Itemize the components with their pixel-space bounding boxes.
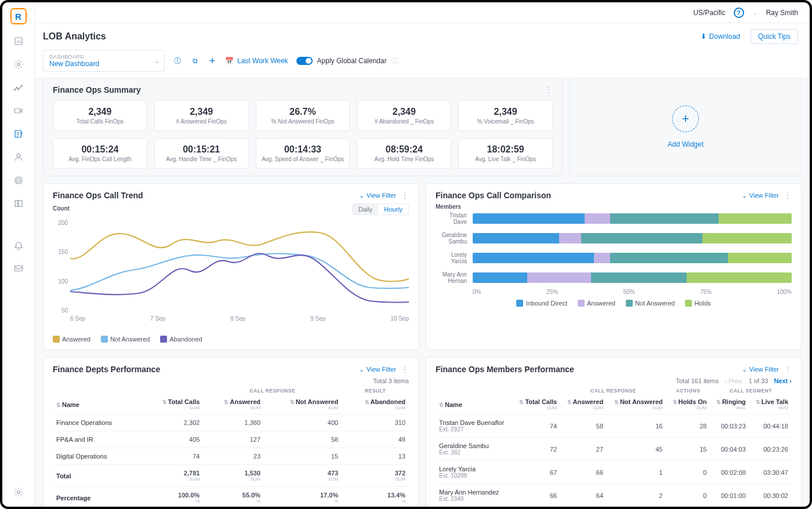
svg-point-5 bbox=[21, 85, 22, 86]
reports-icon[interactable] bbox=[12, 128, 25, 140]
current-user[interactable]: Ray Smith bbox=[766, 9, 798, 17]
more-icon[interactable]: ⋮ bbox=[784, 365, 792, 374]
table-row[interactable]: Digital Operations74231513 bbox=[53, 448, 409, 465]
svg-point-10 bbox=[17, 179, 20, 182]
apply-calendar-toggle[interactable] bbox=[296, 57, 313, 65]
chevron-down-icon: ⌄ bbox=[154, 57, 160, 65]
topbar: US/Pacific ? ⌄ Ray Smith bbox=[35, 2, 810, 23]
granularity-toggle[interactable]: DailyHourly bbox=[352, 203, 409, 215]
dept-table: CALL RESPONSERESULT ⇅Name ⇅Total CallsSU… bbox=[53, 387, 409, 507]
svg-rect-11 bbox=[15, 201, 18, 207]
view-filter-link[interactable]: ⌄ View Filter bbox=[359, 366, 396, 373]
bell-icon[interactable] bbox=[12, 239, 25, 252]
hbar-row: Lorely Yarcia bbox=[436, 252, 792, 264]
timezone[interactable]: US/Pacific bbox=[693, 9, 725, 17]
sidebar: R bbox=[2, 2, 35, 507]
trend-card: Finance Ops Call Trend ⌄ View Filter ⋮ C… bbox=[43, 183, 419, 350]
svg-point-8 bbox=[17, 154, 20, 157]
view-filter-link[interactable]: ⌄ View Filter bbox=[359, 192, 396, 199]
video-icon[interactable] bbox=[12, 104, 25, 117]
apply-calendar-label: Apply Global Calendar bbox=[317, 57, 387, 65]
table-row[interactable]: Finance Operations2,3021,380400310 bbox=[53, 415, 409, 431]
summary-card: Finance Ops Summary ⋮ 2,349Total Calls F… bbox=[43, 78, 563, 176]
kpi-tile: 00:14:33Avg. Speed of Answer _ FinOps bbox=[256, 138, 350, 169]
dashboard-dropdown[interactable]: DASHBOARD New Dashboard ⌄ bbox=[43, 50, 165, 72]
kpi-tile: 2,349Total Calls FinOps bbox=[53, 100, 147, 131]
table-row[interactable]: Tristan Dave BuenaflorExt. 2927745816280… bbox=[436, 415, 792, 438]
svg-point-14 bbox=[17, 491, 20, 494]
next-button[interactable]: Next › bbox=[774, 377, 792, 384]
info-icon[interactable]: ⓘ bbox=[173, 56, 182, 66]
download-button[interactable]: ⬇Download bbox=[701, 32, 740, 41]
comparison-card: Finance Ops Call Comparison ⌄ View Filte… bbox=[426, 183, 802, 350]
svg-rect-6 bbox=[14, 108, 20, 113]
copy-icon[interactable]: ⧉ bbox=[190, 56, 200, 66]
prev-button[interactable]: ‹ Prev. bbox=[724, 377, 743, 384]
more-icon[interactable]: ⋮ bbox=[401, 191, 409, 200]
help-icon[interactable]: ? bbox=[734, 8, 744, 18]
hbar-row: Tristan Dave bbox=[436, 212, 792, 225]
add-icon[interactable]: + bbox=[208, 56, 217, 66]
plus-icon: + bbox=[672, 106, 699, 132]
calendar-icon: 📅 bbox=[225, 57, 234, 65]
members-perf-card: Finance Ops Members Performance ⌄ View F… bbox=[426, 357, 802, 507]
svg-rect-13 bbox=[14, 266, 23, 271]
kpi-tile: 00:15:24Avg. FinOps Call Length bbox=[53, 138, 147, 169]
info-icon[interactable]: ⓘ bbox=[392, 56, 398, 66]
dashboard-icon[interactable] bbox=[12, 35, 25, 48]
gear-icon[interactable] bbox=[12, 486, 25, 499]
svg-rect-12 bbox=[19, 201, 22, 207]
more-icon[interactable]: ⋮ bbox=[545, 85, 553, 94]
kpi-tile: 2,349# Abandoned _ FinOps bbox=[357, 100, 451, 131]
date-range-picker[interactable]: 📅 Last Work Week bbox=[225, 57, 288, 65]
svg-point-1 bbox=[17, 63, 20, 66]
toolbar: DASHBOARD New Dashboard ⌄ ⓘ ⧉ + 📅 Last W… bbox=[35, 50, 810, 78]
kpi-tile: 08:59:24Avg. Hold Time FinOps bbox=[357, 138, 451, 169]
view-filter-link[interactable]: ⌄ View Filter bbox=[742, 192, 779, 199]
settings-nav-icon[interactable] bbox=[12, 58, 25, 71]
more-icon[interactable]: ⋮ bbox=[784, 191, 792, 200]
hbar-row: Geraldine Sambu bbox=[436, 232, 792, 245]
members-table: CALL RESPONSEACTIONSCALL SEGMENT ⇅Name ⇅… bbox=[436, 387, 792, 507]
kpi-tile: 00:15:21Avg. Handle Time _ FinOps bbox=[154, 138, 249, 169]
app-logo[interactable]: R bbox=[10, 8, 27, 24]
page-title: LOB Analytics bbox=[43, 31, 106, 42]
add-widget-card[interactable]: + Add Widget bbox=[570, 78, 802, 176]
table-row[interactable]: Lorely YarciaExt. 1028967661000:02:0803:… bbox=[436, 461, 792, 484]
kpi-tile: 2,349% Voicemail _ FinOps bbox=[458, 100, 553, 131]
view-filter-link[interactable]: ⌄ View Filter bbox=[742, 366, 779, 373]
hbar-row: Mary Ann Hernan bbox=[436, 271, 792, 284]
kpi-tile: 18:02:59Avg. Live Talk _ FinOps bbox=[458, 138, 553, 169]
library-icon[interactable] bbox=[12, 197, 25, 210]
download-icon: ⬇ bbox=[701, 32, 706, 41]
target-icon[interactable] bbox=[12, 174, 25, 187]
more-icon[interactable]: ⋮ bbox=[401, 365, 409, 374]
analytics-icon[interactable] bbox=[12, 81, 25, 94]
kpi-tile: 2,349# Answered FinOps bbox=[154, 100, 249, 131]
user-icon[interactable] bbox=[12, 151, 25, 163]
table-row[interactable]: Geraldine SambuExt. 3827227451500:04:030… bbox=[436, 438, 792, 461]
kpi-tile: 26.7%% Not Answered FinOps bbox=[256, 100, 350, 131]
mail-icon[interactable] bbox=[12, 262, 25, 275]
dept-perf-card: Finance Depts Performance ⌄ View Filter … bbox=[43, 357, 419, 507]
table-row[interactable]: FP&A and IR4051275849 bbox=[53, 431, 409, 448]
svg-point-9 bbox=[15, 177, 22, 184]
quick-tips-button[interactable]: Quick Tips bbox=[751, 29, 798, 44]
table-row[interactable]: Mary Ann HernandezExt. 234966642000:01:0… bbox=[436, 484, 792, 507]
